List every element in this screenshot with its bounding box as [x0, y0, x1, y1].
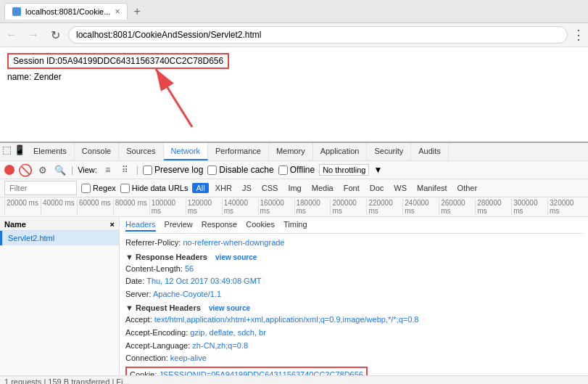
t9: 180000 ms	[294, 199, 331, 215]
detail-tab-headers[interactable]: Headers	[125, 220, 156, 232]
record-button[interactable]	[4, 165, 15, 175]
filter-input[interactable]	[4, 181, 77, 195]
offline-label[interactable]: Offline	[278, 165, 315, 175]
hide-data-urls-label[interactable]: Hide data URLs	[120, 184, 189, 193]
filter-font[interactable]: Font	[340, 183, 363, 193]
request-list: Name × Servlet2.html	[0, 217, 120, 375]
tab-application[interactable]: Application	[313, 143, 368, 160]
devtools-tabs: ⬚ 📱 Elements Console Sources Network Per…	[0, 143, 588, 161]
filter-css[interactable]: CSS	[258, 183, 282, 193]
filter-ws[interactable]: WS	[390, 183, 410, 193]
back-button[interactable]: ←	[3, 26, 20, 44]
nav-bar: ← → ↻ ⋮	[0, 23, 588, 47]
reload-button[interactable]: ↻	[46, 26, 64, 44]
hide-data-urls-checkbox[interactable]	[120, 184, 130, 193]
t12: 240000 ms	[402, 199, 439, 215]
divider: |	[71, 165, 73, 175]
referrer-policy-line: Referrer-Policy: no-referrer-when-downgr…	[125, 237, 582, 250]
t10: 200000 ms	[330, 199, 366, 215]
name-line: name: Zender	[7, 72, 581, 82]
tab-bar: localhost:8081/Cookie... × +	[0, 0, 588, 23]
tab-sources[interactable]: Sources	[119, 143, 163, 160]
filter-tags: All XHR JS CSS Img Media Font Doc WS Man…	[192, 183, 481, 193]
request-item-servlet2[interactable]: Servlet2.html	[0, 231, 119, 245]
forward-button[interactable]: →	[25, 26, 42, 44]
active-tab[interactable]: localhost:8081/Cookie... ×	[4, 3, 128, 20]
view-label: View:	[78, 166, 97, 174]
accept-encoding-line: Accept-Encoding: gzip, deflate, sdch, br	[125, 327, 582, 340]
regex-checkbox[interactable]	[81, 184, 91, 193]
tab-audits[interactable]: Audits	[411, 143, 449, 160]
tab-memory[interactable]: Memory	[269, 143, 313, 160]
server-key: Server:	[125, 290, 151, 298]
filter-icon[interactable]: ⚙	[36, 163, 49, 176]
devtools-inspect-icon[interactable]: ⬚	[0, 143, 13, 156]
referrer-policy-key: Referrer-Policy:	[125, 238, 181, 247]
response-headers-toggle[interactable]: ▼ Response Headers view source	[125, 253, 582, 261]
regex-label[interactable]: Regex	[81, 184, 116, 193]
filter-xhr[interactable]: XHR	[212, 183, 236, 193]
filter-js[interactable]: JS	[239, 183, 255, 193]
request-details: Headers Preview Response Cookies Timing …	[120, 217, 588, 375]
network-panel-body: Name × Servlet2.html Headers Preview Res…	[0, 217, 588, 375]
date-line: Date: Thu, 12 Oct 2017 03:49:08 GMT	[125, 275, 582, 288]
search-icon[interactable]: 🔍	[54, 163, 67, 176]
detail-tab-response[interactable]: Response	[202, 220, 238, 232]
disable-cache-checkbox[interactable]	[207, 166, 217, 175]
request-summary: 1 requests | 159 B transferred | Fi...	[4, 377, 130, 384]
view-list-icon[interactable]: ≡	[102, 163, 115, 176]
t5: 100000 ms	[149, 199, 186, 215]
content-length-key: Content-Length:	[125, 264, 183, 273]
tab-elements[interactable]: Elements	[26, 143, 75, 160]
request-view-source[interactable]: view source	[209, 304, 250, 312]
detail-tab-preview[interactable]: Preview	[165, 220, 193, 232]
preserve-log-checkbox[interactable]	[143, 166, 152, 175]
accept-language-line: Accept-Language: zh-CN,zh;q=0.8	[125, 340, 582, 353]
filter-doc[interactable]: Doc	[366, 183, 388, 193]
accept-language-key: Accept-Language:	[125, 341, 190, 350]
filter-media[interactable]: Media	[308, 183, 337, 193]
t13: 260000 ms	[439, 199, 475, 215]
filter-manifest[interactable]: Manifest	[413, 183, 451, 193]
accept-line: Accept: text/html,application/xhtml+xml,…	[125, 314, 582, 327]
preserve-log-label[interactable]: Preserve log	[143, 165, 203, 175]
t1: 20000 ms	[4, 199, 41, 215]
address-bar[interactable]	[68, 26, 568, 44]
accept-language-value: zh-CN,zh;q=0.8	[192, 341, 248, 350]
throttling-select[interactable]: No throttling	[319, 164, 369, 176]
browser-menu-icon[interactable]: ⋮	[572, 27, 585, 43]
detail-tab-cookies[interactable]: Cookies	[246, 220, 275, 232]
tab-close-icon[interactable]: ×	[115, 7, 120, 17]
name-column-header: Name	[4, 220, 26, 229]
t15: 300000 ms	[511, 199, 547, 215]
content-length-value: 56	[185, 264, 194, 273]
filter-other[interactable]: Other	[454, 183, 481, 193]
filter-img[interactable]: Img	[284, 183, 305, 193]
devtools-mobile-icon[interactable]: 📱	[13, 143, 26, 156]
close-panel-icon[interactable]: ×	[110, 220, 115, 229]
tab-network[interactable]: Network	[164, 143, 208, 160]
filter-all[interactable]: All	[192, 183, 208, 193]
clear-button[interactable]: 🚫	[19, 163, 32, 176]
throttling-dropdown-icon[interactable]: ▼	[373, 165, 382, 175]
tab-security[interactable]: Security	[367, 143, 411, 160]
t14: 280000 ms	[475, 199, 511, 215]
tab-performance[interactable]: Performance	[208, 143, 269, 160]
page-content: Session ID:05A94199DDC64311563740CC2C78D…	[0, 47, 588, 142]
cookie-value: JSESSIONID=05A94199DDC64311563740CC2C78D…	[159, 370, 363, 375]
view-grid-icon[interactable]: ⠿	[119, 163, 132, 176]
detail-tab-timing[interactable]: Timing	[283, 220, 307, 232]
connection-value: keep-alive	[170, 354, 207, 362]
t8: 160000 ms	[258, 199, 294, 215]
network-toolbar: 🚫 ⚙ 🔍 | View: ≡ ⠿ | Preserve log Disable…	[0, 161, 588, 179]
new-tab-button[interactable]: +	[131, 5, 143, 18]
timeline-bar: 20000 ms 40000 ms 60000 ms 80000 ms 1000…	[0, 197, 588, 217]
referrer-policy-value: no-referrer-when-downgrade	[183, 238, 284, 247]
offline-checkbox[interactable]	[278, 166, 288, 175]
response-view-source[interactable]: view source	[215, 253, 257, 261]
t4: 80000 ms	[113, 199, 149, 215]
disable-cache-label[interactable]: Disable cache	[207, 165, 273, 175]
tab-console[interactable]: Console	[75, 143, 119, 160]
divider2: |	[136, 165, 138, 175]
request-headers-toggle[interactable]: ▼ Request Headers view source	[125, 303, 582, 312]
